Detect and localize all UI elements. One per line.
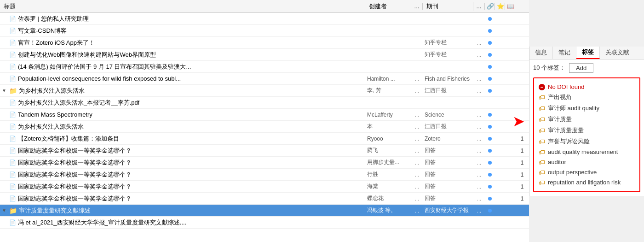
row-title-text: 【Zotero文档翻译】收集篇：添加条目 <box>18 135 119 143</box>
tag-label: 产出视角 <box>548 93 572 101</box>
row-title-cell: 📄【Zotero文档翻译】收集篇：添加条目 <box>0 135 365 143</box>
row-attach-cell <box>485 159 495 166</box>
table-row[interactable]: 📄国家励志奖学金和校级一等奖学金选哪个？海棠...回答...1 <box>0 181 529 193</box>
row-title-cell: 📄Tandem Mass Spectrometry <box>0 111 365 118</box>
pdf-icon: 📄 <box>9 219 16 226</box>
table-row[interactable]: 📄为乡村振兴注入源头活水_本报记者__李芳.pdf <box>0 97 529 109</box>
row-title-cell: 📄国家励志奖学金和校级一等奖学金选哪个？ <box>0 183 365 191</box>
tab-info[interactable]: 信息 <box>529 47 553 59</box>
attach-dot-icon <box>488 125 492 129</box>
table-row[interactable]: 📄【Zotero文档翻译】收集篇：添加条目Ryooo...Zotero...1 <box>0 133 529 145</box>
tab-notes[interactable]: 笔记 <box>553 47 576 59</box>
row-count-cell: 1 <box>515 159 529 166</box>
tag-item[interactable]: 🏷output perspective <box>538 167 636 177</box>
row-attach-cell <box>485 39 495 46</box>
table-row[interactable]: 📄创建与优化Web图像和快速构建网站与Web界面原型知乎专栏... <box>0 49 529 61</box>
tag-item[interactable]: 🏷audit quality measurement <box>538 147 636 157</box>
tag-item[interactable]: 🏷审计质量度量 <box>538 125 636 136</box>
col-dots1-header: ... <box>411 3 423 10</box>
row-journal-cell: 江西日报 <box>423 123 473 130</box>
row-dots2-cell: ... <box>473 196 485 201</box>
table-row[interactable]: 📄官宣！Zotero iOS App来了！知乎专栏... <box>0 37 529 49</box>
tag-item[interactable]: 🏷审计质量 <box>538 114 636 125</box>
expand-arrow-icon[interactable]: ▼ <box>2 88 7 93</box>
row-journal-cell: 回答 <box>423 147 473 154</box>
row-dots1-cell: ... <box>411 136 423 142</box>
row-attach-cell <box>485 51 495 58</box>
row-dots2-cell: ... <box>473 88 485 94</box>
table-row[interactable]: 📄Population-level consequences for wild … <box>0 73 529 85</box>
tag-label-icon: 🏷 <box>539 169 545 176</box>
row-journal-cell: 回答 <box>423 195 473 202</box>
row-title-cell: 📄冯 et al_2021_西安财经大学学报_审计质量度量研究文献综述.... <box>0 218 365 227</box>
attach-dot-icon <box>488 53 492 57</box>
row-journal-cell: 江西日报 <box>423 87 473 94</box>
tag-label-icon: 🏷 <box>539 105 545 112</box>
tag-label-icon: 🏷 <box>539 127 545 134</box>
table-row[interactable]: 📄国家励志奖学金和校级一等奖学金选哪个？行胜...回答...1 <box>0 169 529 181</box>
attach-dot-icon <box>488 209 492 212</box>
table-row[interactable]: ▼📁为乡村振兴注入源头活水李, 芳...江西日报... <box>0 85 529 97</box>
table-row[interactable]: 📄佐泰罗 | 您的私人研究助理 <box>0 13 529 25</box>
row-title-text: 国家励志奖学金和校级一等奖学金选哪个？ <box>18 159 132 167</box>
row-dots2-cell: ... <box>473 208 485 213</box>
row-attach-cell <box>485 15 495 22</box>
tag-label-icon: 🏷 <box>539 148 545 156</box>
attach-dot-icon <box>488 17 492 21</box>
tag-item[interactable]: 🏷产出视角 <box>538 92 636 103</box>
row-creator-cell: 腾飞 <box>365 147 411 154</box>
tag-item[interactable]: −No DOI found <box>538 82 636 92</box>
row-creator-cell: 行胜 <box>365 171 411 178</box>
row-title-cell: 📄创建与优化Web图像和快速构建网站与Web界面原型 <box>0 51 365 59</box>
row-count-cell: 1 <box>515 195 529 202</box>
tag-item[interactable]: 🏷reputation and litigation risk <box>538 177 636 188</box>
folder-icon: 📁 <box>9 207 17 214</box>
row-creator-cell: Ryooo <box>365 136 411 142</box>
folder-icon: 📁 <box>9 87 17 94</box>
row-dots2-cell: ... <box>473 40 485 46</box>
table-row[interactable]: 📄写文章-CSDN博客 <box>0 25 529 37</box>
row-title-text: 为乡村振兴注入源头活水 <box>19 87 85 95</box>
table-row[interactable]: 📄国家励志奖学金和校级一等奖学金选哪个？蝶恋花...回答...1 <box>0 193 529 205</box>
row-title-cell: 📄佐泰罗 | 您的私人研究助理 <box>0 15 365 23</box>
row-dots1-cell: ... <box>411 196 423 201</box>
pdf-icon: 📄 <box>9 100 16 106</box>
tab-tags[interactable]: 标签 <box>576 47 600 59</box>
row-attach-cell <box>485 27 495 34</box>
row-dots1-cell: ... <box>411 208 423 213</box>
row-journal-cell: 回答 <box>423 183 473 190</box>
tag-item[interactable]: 🏷声誉与诉讼风险 <box>538 136 636 147</box>
table-row[interactable]: 📄冯 et al_2021_西安财经大学学报_审计质量度量研究文献综述.... <box>0 217 529 229</box>
add-tag-button[interactable]: Add <box>569 63 593 73</box>
row-dots2-cell: ... <box>473 76 485 82</box>
tag-label: 审计师 audit quality <box>548 104 599 112</box>
tag-item[interactable]: 🏷auditor <box>538 157 636 167</box>
expand-arrow-icon[interactable]: ▼ <box>2 208 7 213</box>
row-attach-cell <box>485 135 495 142</box>
table-row[interactable]: ▼📁审计质量度量研究文献综述冯银波 等。...西安财经大学学报... <box>0 205 529 217</box>
col-title-header: 标题 <box>0 2 365 11</box>
table-row[interactable]: 📄国家励志奖学金和校级一等奖学金选哪个？用脚步丈量......回答...1 <box>0 157 529 169</box>
tag-label: 声誉与诉讼风险 <box>548 137 590 146</box>
tab-related[interactable]: 关联文献 <box>600 47 635 59</box>
attach-dot-icon <box>488 41 492 45</box>
row-dots1-cell: ... <box>411 88 423 94</box>
tag-label-icon: 🏷 <box>539 116 545 123</box>
row-dots2-cell: ... <box>473 160 485 165</box>
col-journal-header: 期刊 <box>423 2 473 11</box>
row-title-cell: 📄Population-level consequences for wild … <box>0 75 365 82</box>
row-dots1-cell: ... <box>411 172 423 177</box>
table-header: 标题 创建者 ... 期刊 ... 🔗 ⭐ 📖 <box>0 0 529 13</box>
attach-dot-icon <box>488 29 492 33</box>
table-row[interactable]: 📄Tandem Mass SpectrometryMcLafferty...Sc… <box>0 109 529 121</box>
table-row[interactable]: 📄(14 条消息) 如何评价法国于 9 月 17 日宣布召回其驻美及驻澳大... <box>0 61 529 73</box>
table-row[interactable]: 📄国家励志奖学金和校级一等奖学金选哪个？腾飞...回答...1 <box>0 145 529 157</box>
tags-box: −No DOI found🏷产出视角🏷审计师 audit quality🏷审计质… <box>533 77 640 192</box>
tag-item[interactable]: 🏷审计师 audit quality <box>538 103 636 114</box>
row-count-cell: 1 <box>515 183 529 190</box>
table-row[interactable]: 📄为乡村振兴注入源头活水本...江西日报... <box>0 121 529 133</box>
row-dots1-cell: ... <box>411 76 423 82</box>
row-journal-cell: 西安财经大学学报 <box>423 207 473 214</box>
row-dots1-cell: ... <box>411 112 423 118</box>
attach-dot-icon <box>488 65 492 69</box>
